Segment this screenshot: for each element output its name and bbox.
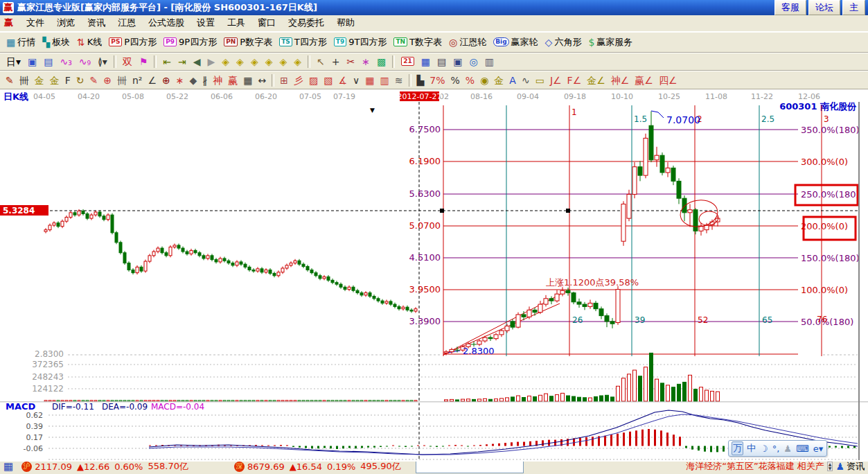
winner-wheel-button[interactable]: Big赢家轮 — [490, 35, 541, 50]
zoom-x-in-button[interactable]: ◈ — [233, 55, 247, 68]
j-angle-tool-button[interactable]: J∠ — [547, 74, 565, 87]
forum-button[interactable]: 论坛 — [808, 0, 840, 15]
ime-chinese[interactable]: 中 — [746, 442, 756, 455]
menu-item-trade[interactable]: 交易委托 — [282, 15, 330, 30]
zoom-x-out-button[interactable]: ◈ — [218, 55, 233, 68]
filter-tool-button[interactable]: ∗ — [358, 55, 373, 68]
protractor-tool-button[interactable]: ∠ — [145, 74, 160, 87]
four-angle-tool-button[interactable]: 四∠ — [656, 74, 680, 87]
print-tool-button[interactable]: ▥ — [481, 55, 497, 68]
spiral-tool-button[interactable]: ↻ — [73, 74, 87, 87]
gann-wheel-button[interactable]: ◎江恩轮 — [445, 35, 490, 50]
notes-tool-button[interactable]: ▤ — [434, 55, 450, 68]
win-angle-tool-button[interactable]: 赢∠ — [632, 74, 656, 87]
shen-tool-button[interactable]: 神 — [210, 74, 225, 87]
hexagon-button[interactable]: ◇六角形 — [542, 35, 585, 50]
menu-item-news[interactable]: 资讯 — [81, 15, 112, 30]
slant-lines-tool-button[interactable]: ≋ — [392, 74, 406, 87]
calendar-tool-button[interactable]: 21 — [398, 55, 418, 67]
color-flag-button[interactable]: ⚑ — [136, 55, 152, 68]
p-square-button[interactable]: PSP四方形 — [105, 35, 160, 50]
zoom-y-out-button[interactable]: ◈ — [247, 55, 262, 68]
spinner-down-icon[interactable]: ▼ — [829, 466, 832, 471]
gold-division-2-button[interactable]: 金 — [47, 74, 62, 87]
prev-page-button[interactable]: ◀ — [190, 55, 204, 68]
percent7-tool-button[interactable]: 7% — [427, 74, 448, 87]
diamond-grid-tool-button[interactable]: ◆ — [187, 74, 200, 87]
zoom-in-button[interactable]: ◈ — [290, 55, 305, 68]
menu-item-settings[interactable]: 设置 — [191, 15, 221, 30]
info-panel-button[interactable]: ▤ — [40, 55, 56, 68]
home-button[interactable]: 主 — [842, 0, 865, 15]
last-page-button[interactable]: ⇥ — [175, 55, 190, 68]
dual-kline-button[interactable]: 双 — [119, 55, 136, 68]
news-ticker[interactable]: 海洋经济“第五区”花落福建 相关产 — [686, 460, 824, 473]
calculator-tool-button[interactable]: ▦ — [418, 55, 434, 68]
menu-item-gann[interactable]: 江恩 — [112, 15, 142, 30]
kline-button[interactable]: ⇅K线 — [73, 35, 105, 50]
window-grid-tool-button[interactable]: ⊞ — [277, 74, 291, 87]
9p-square-button[interactable]: P99P四方形 — [160, 35, 220, 50]
next-page-button[interactable]: ▶ — [204, 55, 219, 68]
red-grid-tool-button[interactable]: ▦ — [362, 74, 377, 87]
candle-style-button[interactable]: ≬▾ — [94, 55, 111, 68]
news-spinner[interactable]: ▲ ▼ — [827, 462, 833, 471]
ime-punctuation[interactable]: °, — [772, 444, 781, 454]
ime-user-icon[interactable]: ♟ — [783, 444, 792, 454]
t-square-button[interactable]: TST四方形 — [276, 35, 330, 50]
quotes-button[interactable]: ▦行情 — [3, 35, 39, 50]
gold-box-tool-button[interactable]: ▭ — [533, 74, 547, 87]
star-tool-button[interactable]: ∗ — [173, 74, 187, 87]
menu-item-window[interactable]: 窗口 — [251, 15, 282, 30]
bar-123-tool-button[interactable]: ▙ — [414, 74, 427, 87]
gold-circle-tool-button[interactable]: ◉ — [477, 74, 491, 87]
zoom-out-button[interactable]: ◈ — [276, 55, 290, 68]
market-grid-icon[interactable]: ▦ — [3, 460, 13, 473]
v-line-tool-button[interactable]: ∨ — [350, 74, 362, 87]
gold-angle-tool-button[interactable]: 金∠ — [584, 74, 608, 87]
save-tool-button[interactable]: ▣ — [450, 55, 466, 68]
scissors-tool-button[interactable]: ✂ — [343, 55, 358, 68]
sectors-button[interactable]: ▚板块 — [39, 35, 73, 50]
fib-tool-button[interactable]: F — [62, 74, 73, 87]
chart-style-button[interactable]: ▣ — [24, 55, 40, 68]
compass-tool-button[interactable]: ⊕ — [100, 74, 114, 87]
ime-moon-icon[interactable]: ☽ — [759, 444, 769, 454]
shen-angle-tool-button[interactable]: 神∠ — [608, 74, 632, 87]
p-table-button[interactable]: PNP数字表 — [220, 35, 276, 50]
drag-hand-button[interactable]: ↖ — [313, 55, 328, 68]
fan-lines-tool-button[interactable]: 彡 — [291, 74, 306, 87]
winner-service-button[interactable]: $赢家服务 — [585, 35, 636, 50]
gold-lines-tool-button[interactable]: 金 — [491, 74, 506, 87]
red-grid2-tool-button[interactable]: ▥ — [378, 74, 392, 87]
crosshair-tool-button[interactable]: + — [328, 55, 344, 68]
percent-tool-button[interactable]: % — [448, 74, 463, 87]
first-page-button[interactable]: ⇤ — [159, 55, 175, 68]
period-day-button[interactable]: 日▾ — [3, 55, 24, 68]
menu-item-tools[interactable]: 工具 — [221, 15, 251, 30]
grid-123-tool-button[interactable]: ▦ — [240, 74, 255, 87]
f-angle-tool-button[interactable]: F∠ — [565, 74, 585, 87]
menu-item-formula-select[interactable]: 公式选股 — [142, 15, 191, 30]
menu-item-help[interactable]: 帮助 — [330, 15, 361, 30]
letter-a-tool-button[interactable]: A — [506, 74, 519, 87]
menu-item-file[interactable]: 文件 — [20, 15, 51, 30]
web-tool-button[interactable]: ◎ — [466, 55, 481, 68]
stock-code-input[interactable] — [416, 460, 524, 473]
t-table-button[interactable]: TNT数字表 — [390, 35, 445, 50]
win-tool-button[interactable]: 赢 — [225, 74, 240, 87]
gann-comb-tool-button[interactable]: 卌 — [17, 74, 32, 87]
kline-chart[interactable]: 04-0504-2005-0805-2206-0606-2007-0507-19… — [0, 89, 868, 462]
percent-line-tool-button[interactable]: % — [463, 74, 477, 87]
hatch-box2-tool-button[interactable]: ▧ — [321, 74, 335, 87]
gold-division-1-button[interactable]: 金 — [32, 74, 47, 87]
parallel-tool-button[interactable]: ∦ — [200, 74, 210, 87]
zoom-y-in-button[interactable]: ◈ — [262, 55, 276, 68]
menu-item-browse[interactable]: 浏览 — [51, 15, 81, 30]
ime-wan[interactable]: 万 — [732, 441, 743, 455]
slant-arrow-tool-button[interactable]: ∡ — [335, 74, 350, 87]
9t-square-button[interactable]: T99T四方形 — [330, 35, 391, 50]
pen-tool-button[interactable]: ✎ — [87, 74, 101, 87]
ime-browser-icon[interactable]: e▾ — [813, 444, 824, 454]
ruler-tool-button[interactable]: 卌 — [114, 74, 130, 87]
